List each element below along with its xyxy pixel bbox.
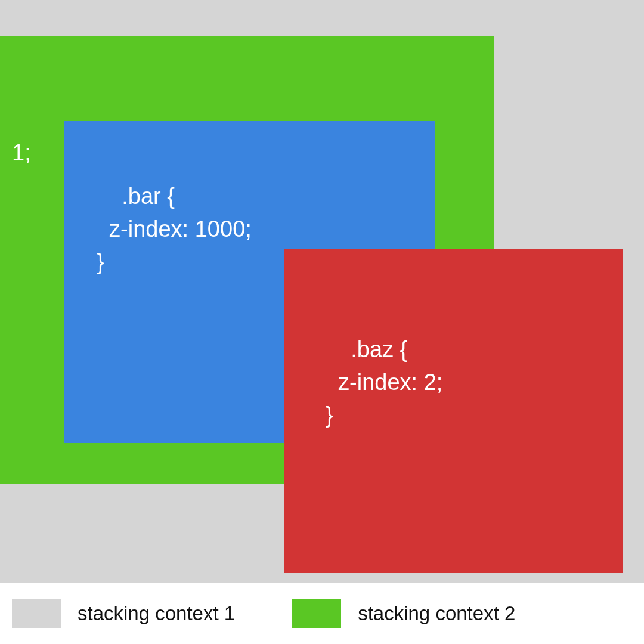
diagram-canvas: 1; .bar { z-index: 1000; } .baz { z-inde… (0, 0, 644, 583)
stacking-box-red: .baz { z-index: 2; } (284, 249, 623, 573)
legend-swatch-green (292, 599, 341, 628)
legend-swatch-grey (12, 599, 61, 628)
legend-label-2: stacking context 2 (358, 602, 515, 625)
legend-label-1: stacking context 1 (78, 602, 235, 625)
blue-box-css: .bar { z-index: 1000; } (97, 184, 252, 274)
legend: stacking context 1 stacking context 2 (0, 583, 644, 644)
green-box-label: 1; (12, 140, 31, 166)
red-box-css: .baz { z-index: 2; } (326, 337, 442, 428)
